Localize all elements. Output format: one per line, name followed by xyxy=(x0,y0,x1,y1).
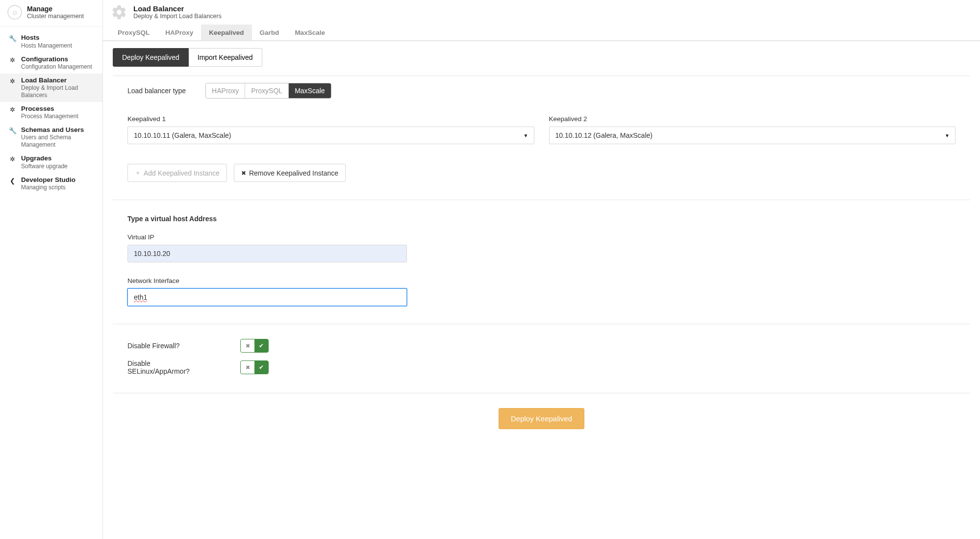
separator-1 xyxy=(113,200,970,200)
virtual-ip-label: Virtual IP xyxy=(127,233,955,241)
nav-item-subtitle: Software upgrade xyxy=(21,163,68,170)
keepalived1-select[interactable]: 10.10.10.11 (Galera, MaxScale) xyxy=(127,127,534,144)
disable-selinux-toggle[interactable]: ✖ ✔ xyxy=(240,360,269,374)
toggle-off-icon: ✖ xyxy=(241,339,254,352)
main: Load Balancer Deploy & Import Load Balan… xyxy=(103,0,980,539)
gear-icon: ✲ xyxy=(9,77,16,99)
nav-item-title: Developer Studio xyxy=(21,176,75,184)
nav-item-subtitle: Deploy & Import Load Balancers xyxy=(21,84,95,99)
subtab-deploy-keepalived[interactable]: Deploy Keepalived xyxy=(113,48,189,67)
subtabs: Deploy KeepalivedImport Keepalived xyxy=(113,48,970,76)
gear-icon: ✲ xyxy=(9,154,16,170)
nav-item-title: Load Balancer xyxy=(21,77,95,84)
footer-row: Deploy Keepalived xyxy=(127,408,955,429)
tab-garbd[interactable]: Garbd xyxy=(252,25,287,40)
nav-item-title: Upgrades xyxy=(21,154,68,162)
sidebar-item-load-balancer[interactable]: ✲Load BalancerDeploy & Import Load Balan… xyxy=(0,74,102,102)
nav-item-subtitle: Users and Schema Management xyxy=(21,134,95,149)
separator-2 xyxy=(113,324,970,324)
sidebar-item-configurations[interactable]: ✲ConfigurationsConfiguration Management xyxy=(0,52,102,74)
add-keepalived-button[interactable]: ＋ Add Keepalived Instance xyxy=(127,164,227,182)
sidebar-subtitle: Cluster management xyxy=(27,13,84,20)
toggle-on-icon: ✔ xyxy=(254,339,268,352)
tab-keepalived[interactable]: Keepalived xyxy=(201,25,251,40)
sidebar-item-upgrades[interactable]: ✲UpgradesSoftware upgrade xyxy=(0,152,102,173)
remove-keepalived-button[interactable]: ✖ Remove Keepalived Instance xyxy=(234,164,346,182)
instance-buttons: ＋ Add Keepalived Instance ✖ Remove Keepa… xyxy=(127,164,955,182)
net-iface-value: eth1 xyxy=(134,293,147,301)
page-title: Load Balancer xyxy=(133,4,222,13)
nav-item-subtitle: Configuration Management xyxy=(21,63,92,71)
disable-selinux-label: Disable SELinux/AppArmor? xyxy=(127,359,206,375)
tab-proxysql[interactable]: ProxySQL xyxy=(110,25,157,40)
tab-maxscale[interactable]: MaxScale xyxy=(287,25,333,40)
lb-type-maxscale[interactable]: MaxScale xyxy=(288,83,330,98)
keepalived1-select-wrap[interactable]: 10.10.10.11 (Galera, MaxScale) xyxy=(127,127,534,144)
gear-icon: ✲ xyxy=(9,105,16,120)
keepalived2-select[interactable]: 10.10.10.12 (Galera, MaxScale) xyxy=(549,127,956,144)
nav-item-title: Configurations xyxy=(21,55,92,63)
deploy-button[interactable]: Deploy Keepalived xyxy=(499,408,584,429)
sidebar: ☼ Manage Cluster management 🔧HostsHosts … xyxy=(0,0,103,539)
keepalived-selects: Keepalived 1 10.10.10.11 (Galera, MaxSca… xyxy=(127,115,955,144)
content: Deploy KeepalivedImport Keepalived Load … xyxy=(103,41,980,449)
lb-type-segmented: HAProxyProxySQLMaxScale xyxy=(205,83,331,99)
sidebar-item-schemas-and-users[interactable]: 🔧Schemas and UsersUsers and Schema Manag… xyxy=(0,123,102,152)
net-iface-label: Network Interface xyxy=(127,277,955,284)
plus-icon: ＋ xyxy=(135,169,141,177)
close-icon: ✖ xyxy=(241,170,246,177)
manage-icon: ☼ xyxy=(7,5,22,20)
lb-type-proxysql[interactable]: ProxySQL xyxy=(245,83,288,98)
sidebar-item-hosts[interactable]: 🔧HostsHosts Management xyxy=(0,31,102,52)
nav-item-subtitle: Process Management xyxy=(21,113,78,120)
tab-haproxy[interactable]: HAProxy xyxy=(157,25,201,40)
sidebar-nav: 🔧HostsHosts Management✲ConfigurationsCon… xyxy=(0,27,102,194)
disable-firewall-label: Disable Firewall? xyxy=(127,342,206,350)
toggle-off-icon: ✖ xyxy=(241,361,254,374)
disable-selinux-row: Disable SELinux/AppArmor? ✖ ✔ xyxy=(127,359,955,375)
form-area: Load balancer type HAProxyProxySQLMaxSca… xyxy=(113,83,970,429)
nav-item-title: Schemas and Users xyxy=(21,126,95,134)
sidebar-item-developer-studio[interactable]: ❮Developer StudioManaging scripts xyxy=(0,173,102,194)
keepalived1-label: Keepalived 1 xyxy=(127,115,534,123)
lb-type-row: Load balancer type HAProxyProxySQLMaxSca… xyxy=(127,83,955,99)
virtual-ip-input[interactable] xyxy=(127,245,407,262)
wrench-icon: 🔧 xyxy=(9,34,16,49)
keepalived2-select-wrap[interactable]: 10.10.10.12 (Galera, MaxScale) xyxy=(549,127,956,144)
page-subtitle: Deploy & Import Load Balancers xyxy=(133,13,222,20)
disable-firewall-toggle[interactable]: ✖ ✔ xyxy=(240,339,269,353)
lb-type-haproxy[interactable]: HAProxy xyxy=(206,83,245,98)
sidebar-header: ☼ Manage Cluster management xyxy=(0,0,102,27)
keepalived2-label: Keepalived 2 xyxy=(549,115,956,123)
gear-icon: ✲ xyxy=(9,55,16,71)
angle-left-icon: ❮ xyxy=(9,176,16,191)
remove-keepalived-label: Remove Keepalived Instance xyxy=(249,169,338,177)
net-iface-input[interactable]: eth1 xyxy=(127,288,407,306)
nav-item-subtitle: Managing scripts xyxy=(21,184,75,191)
toggle-on-icon: ✔ xyxy=(254,361,268,374)
nav-item-title: Processes xyxy=(21,105,78,113)
wrench-icon: 🔧 xyxy=(9,126,16,149)
nav-item-subtitle: Hosts Management xyxy=(21,42,72,50)
page-gear-icon xyxy=(111,4,127,21)
disable-firewall-row: Disable Firewall? ✖ ✔ xyxy=(127,339,955,353)
separator-3 xyxy=(113,393,970,393)
lb-type-label: Load balancer type xyxy=(127,87,186,95)
sidebar-item-processes[interactable]: ✲ProcessesProcess Management xyxy=(0,102,102,123)
nav-item-title: Hosts xyxy=(21,34,72,42)
vhost-header: Type a virtual host Address xyxy=(127,215,955,223)
subtab-import-keepalived[interactable]: Import Keepalived xyxy=(189,48,262,67)
add-keepalived-label: Add Keepalived Instance xyxy=(144,169,220,177)
page-header: Load Balancer Deploy & Import Load Balan… xyxy=(103,0,980,23)
tabs-row: ProxySQLHAProxyKeepalivedGarbdMaxScale xyxy=(103,23,980,41)
sidebar-title: Manage xyxy=(27,5,84,13)
